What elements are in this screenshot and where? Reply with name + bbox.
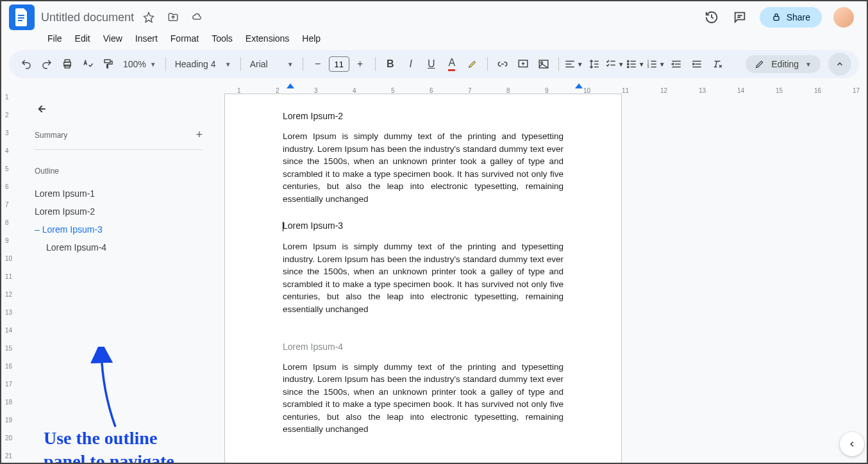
outline-item[interactable]: Lorem Ipsum-4 <box>35 238 203 256</box>
outline-close-button[interactable] <box>35 103 203 115</box>
underline-button[interactable]: U <box>422 54 441 74</box>
horizontal-ruler[interactable]: 1234567891011121314151617 <box>19 82 867 94</box>
decrease-indent-button[interactable] <box>667 54 686 74</box>
document-title[interactable]: Untitled document <box>41 11 134 24</box>
svg-point-10 <box>540 62 542 63</box>
align-button[interactable]: ▼ <box>564 54 583 74</box>
svg-rect-3 <box>774 17 779 21</box>
svg-text:3: 3 <box>647 65 649 69</box>
text-color-button[interactable]: A <box>442 54 462 74</box>
vertical-ruler[interactable]: 12345678910111213141516171819202122 <box>1 94 19 464</box>
spellcheck-button[interactable] <box>78 54 97 74</box>
font-size-input[interactable]: 11 <box>329 56 349 72</box>
svg-rect-7 <box>104 60 110 63</box>
document-paragraph[interactable]: Lorem Ipsum is simply dummy text of the … <box>283 361 563 436</box>
outline-item[interactable]: Lorem Ipsum-2 <box>35 203 203 220</box>
history-icon[interactable] <box>703 9 720 26</box>
page[interactable]: Lorem Ipsum-2Lorem Ipsum is simply dummy… <box>224 94 622 464</box>
document-heading[interactable]: Lorem Ipsum-3 <box>283 220 563 231</box>
decrease-font-button[interactable]: − <box>308 54 328 74</box>
svg-rect-5 <box>65 60 70 62</box>
menu-file[interactable]: File <box>42 31 67 46</box>
titlebar: Untitled document Share <box>1 1 867 28</box>
checklist-button[interactable]: ▼ <box>605 54 624 74</box>
menu-insert[interactable]: Insert <box>130 31 163 46</box>
print-button[interactable] <box>58 54 77 74</box>
outline-item[interactable]: Lorem Ipsum-1 <box>35 185 203 203</box>
font-dropdown[interactable]: Arial▼ <box>246 56 297 72</box>
move-icon[interactable] <box>165 9 181 26</box>
menu-help[interactable]: Help <box>297 31 326 46</box>
svg-point-13 <box>627 66 628 67</box>
paint-format-button[interactable] <box>99 54 118 74</box>
outline-label: Outline <box>35 167 203 176</box>
paragraph-style-dropdown[interactable]: Heading 4▼ <box>171 56 235 72</box>
toolbar: 100%▼ Heading 4▼ Arial▼ − 11 + B I U A ▼… <box>9 50 859 78</box>
document-paragraph[interactable]: Lorem Ipsum is simply dummy text of the … <box>283 130 563 205</box>
svg-point-12 <box>627 63 628 65</box>
menu-tools[interactable]: Tools <box>206 31 238 46</box>
summary-label: Summary <box>35 131 67 140</box>
editing-mode-button[interactable]: Editing ▼ <box>746 55 821 73</box>
insert-link-button[interactable] <box>493 54 512 74</box>
menu-extensions[interactable]: Extensions <box>240 31 294 46</box>
highlight-button[interactable] <box>463 54 482 74</box>
document-canvas[interactable]: Lorem Ipsum-2Lorem Ipsum is simply dummy… <box>218 94 867 464</box>
clear-formatting-button[interactable] <box>708 54 727 74</box>
insert-comment-button[interactable] <box>513 54 533 74</box>
outline-item[interactable]: Lorem Ipsum-3 <box>35 220 203 238</box>
document-heading[interactable]: Lorem Ipsum-4 <box>283 342 563 352</box>
explore-fab-button[interactable] <box>840 432 864 456</box>
increase-indent-button[interactable] <box>687 54 706 74</box>
cloud-status-icon[interactable] <box>189 9 206 26</box>
svg-rect-2 <box>18 20 22 21</box>
increase-font-button[interactable]: + <box>351 54 370 74</box>
italic-button[interactable]: I <box>401 54 421 74</box>
menu-edit[interactable]: Edit <box>70 31 96 46</box>
redo-button[interactable] <box>37 54 56 74</box>
star-icon[interactable] <box>140 9 157 26</box>
undo-button[interactable] <box>17 54 36 74</box>
indent-marker-left-icon[interactable] <box>285 82 296 91</box>
document-heading[interactable]: Lorem Ipsum-2 <box>283 111 563 121</box>
collapse-toolbar-button[interactable] <box>828 53 851 76</box>
share-button[interactable]: Share <box>760 7 822 28</box>
svg-point-11 <box>627 60 628 62</box>
bulleted-list-button[interactable]: ▼ <box>626 54 645 74</box>
svg-rect-1 <box>18 17 24 19</box>
menu-view[interactable]: View <box>98 31 128 46</box>
menu-format[interactable]: Format <box>165 31 204 46</box>
annotation-text: Use the outline panel to navigate <box>44 427 174 464</box>
annotation-arrow-icon <box>83 347 135 430</box>
indent-marker-right-icon[interactable] <box>574 82 584 91</box>
share-label: Share <box>787 12 810 22</box>
user-avatar[interactable] <box>833 7 854 28</box>
docs-logo[interactable] <box>9 4 35 30</box>
svg-rect-0 <box>18 15 24 16</box>
comments-icon[interactable] <box>731 9 748 26</box>
zoom-dropdown[interactable]: 100%▼ <box>119 56 160 72</box>
outline-panel: Summary + Outline Lorem Ipsum-1Lorem Ips… <box>19 94 218 464</box>
bold-button[interactable]: B <box>381 54 400 74</box>
menubar: File Edit View Insert Format Tools Exten… <box>1 28 867 50</box>
numbered-list-button[interactable]: 123▼ <box>646 54 665 74</box>
document-paragraph[interactable]: Lorem Ipsum is simply dummy text of the … <box>283 240 563 315</box>
line-spacing-button[interactable] <box>585 54 604 74</box>
add-summary-button[interactable]: + <box>196 128 203 142</box>
insert-image-button[interactable] <box>534 54 553 74</box>
